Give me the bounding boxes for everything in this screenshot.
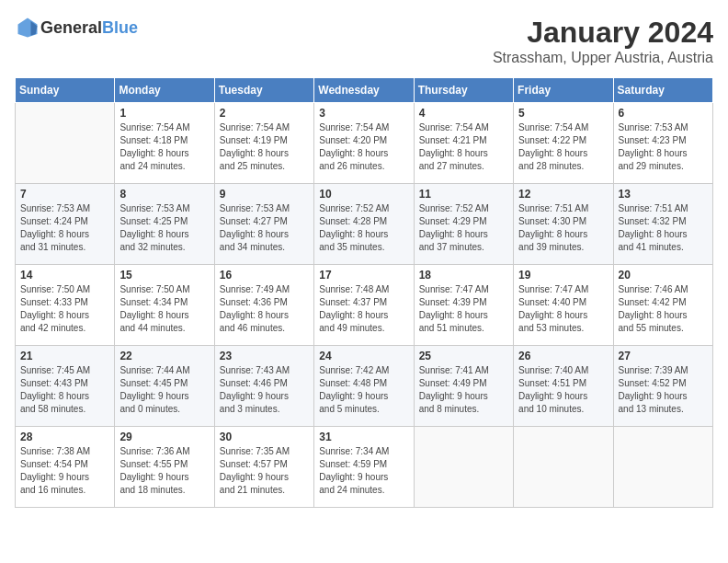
table-row: 9Sunrise: 7:53 AMSunset: 4:27 PMDaylight… — [214, 184, 313, 265]
table-row — [613, 427, 712, 508]
day-detail: Sunrise: 7:36 AMSunset: 4:55 PMDaylight:… — [119, 445, 209, 497]
table-row: 11Sunrise: 7:52 AMSunset: 4:29 PMDayligh… — [414, 184, 513, 265]
day-detail: Sunrise: 7:53 AMSunset: 4:24 PMDaylight:… — [20, 202, 109, 254]
location-title: Strassham, Upper Austria, Austria — [493, 50, 713, 66]
day-detail: Sunrise: 7:41 AMSunset: 4:49 PMDaylight:… — [419, 364, 508, 416]
day-number: 17 — [319, 269, 408, 282]
day-detail: Sunrise: 7:38 AMSunset: 4:54 PMDaylight:… — [20, 445, 109, 497]
day-detail: Sunrise: 7:35 AMSunset: 4:57 PMDaylight:… — [220, 445, 309, 497]
day-number: 18 — [419, 269, 508, 282]
day-detail: Sunrise: 7:49 AMSunset: 4:36 PMDaylight:… — [220, 283, 309, 335]
table-row: 4Sunrise: 7:54 AMSunset: 4:21 PMDaylight… — [414, 103, 513, 184]
logo: GeneralBlue — [15, 15, 138, 40]
table-row: 2Sunrise: 7:54 AMSunset: 4:19 PMDaylight… — [214, 103, 313, 184]
day-detail: Sunrise: 7:54 AMSunset: 4:19 PMDaylight:… — [220, 121, 309, 173]
day-number: 26 — [518, 350, 608, 362]
day-detail: Sunrise: 7:48 AMSunset: 4:37 PMDaylight:… — [319, 283, 408, 335]
day-detail: Sunrise: 7:42 AMSunset: 4:48 PMDaylight:… — [319, 364, 408, 416]
table-row: 21Sunrise: 7:45 AMSunset: 4:43 PMDayligh… — [16, 346, 115, 427]
day-number: 28 — [20, 431, 109, 443]
day-detail: Sunrise: 7:34 AMSunset: 4:59 PMDaylight:… — [319, 445, 408, 497]
page-header: GeneralBlue January 2024 Strassham, Uppe… — [15, 15, 713, 66]
day-detail: Sunrise: 7:44 AMSunset: 4:45 PMDaylight:… — [119, 364, 209, 416]
day-detail: Sunrise: 7:45 AMSunset: 4:43 PMDaylight:… — [20, 364, 109, 416]
table-row: 31Sunrise: 7:34 AMSunset: 4:59 PMDayligh… — [314, 427, 414, 508]
day-detail: Sunrise: 7:43 AMSunset: 4:46 PMDaylight:… — [220, 364, 309, 416]
day-number: 30 — [220, 431, 309, 443]
day-number: 1 — [119, 107, 209, 120]
day-detail: Sunrise: 7:53 AMSunset: 4:27 PMDaylight:… — [220, 202, 309, 254]
table-row: 25Sunrise: 7:41 AMSunset: 4:49 PMDayligh… — [414, 346, 513, 427]
table-row: 16Sunrise: 7:49 AMSunset: 4:36 PMDayligh… — [214, 265, 313, 346]
day-number: 16 — [220, 269, 309, 282]
table-row: 10Sunrise: 7:52 AMSunset: 4:28 PMDayligh… — [314, 184, 414, 265]
calendar-week-row: 28Sunrise: 7:38 AMSunset: 4:54 PMDayligh… — [16, 427, 713, 508]
day-number: 7 — [20, 188, 109, 201]
table-row: 18Sunrise: 7:47 AMSunset: 4:39 PMDayligh… — [414, 265, 513, 346]
table-row: 6Sunrise: 7:53 AMSunset: 4:23 PMDaylight… — [613, 103, 712, 184]
table-row: 24Sunrise: 7:42 AMSunset: 4:48 PMDayligh… — [314, 346, 414, 427]
calendar-week-row: 7Sunrise: 7:53 AMSunset: 4:24 PMDaylight… — [16, 184, 713, 265]
table-row: 5Sunrise: 7:54 AMSunset: 4:22 PMDaylight… — [514, 103, 613, 184]
table-row: 12Sunrise: 7:51 AMSunset: 4:30 PMDayligh… — [514, 184, 613, 265]
day-detail: Sunrise: 7:52 AMSunset: 4:29 PMDaylight:… — [419, 202, 508, 254]
day-detail: Sunrise: 7:39 AMSunset: 4:52 PMDaylight:… — [619, 364, 708, 416]
table-row: 27Sunrise: 7:39 AMSunset: 4:52 PMDayligh… — [613, 346, 712, 427]
day-number: 4 — [419, 107, 508, 120]
day-detail: Sunrise: 7:53 AMSunset: 4:23 PMDaylight:… — [619, 121, 708, 173]
header-wednesday: Wednesday — [314, 78, 414, 103]
day-detail: Sunrise: 7:54 AMSunset: 4:18 PMDaylight:… — [119, 121, 209, 173]
day-number: 11 — [419, 188, 508, 201]
table-row: 3Sunrise: 7:54 AMSunset: 4:20 PMDaylight… — [314, 103, 414, 184]
table-row — [16, 103, 115, 184]
day-number: 6 — [619, 107, 708, 120]
day-detail: Sunrise: 7:51 AMSunset: 4:32 PMDaylight:… — [619, 202, 708, 254]
day-number: 15 — [119, 269, 209, 282]
header-saturday: Saturday — [613, 78, 712, 103]
day-number: 8 — [119, 188, 209, 201]
table-row: 20Sunrise: 7:46 AMSunset: 4:42 PMDayligh… — [613, 265, 712, 346]
day-number: 13 — [619, 188, 708, 201]
table-row: 1Sunrise: 7:54 AMSunset: 4:18 PMDaylight… — [115, 103, 214, 184]
day-number: 3 — [319, 107, 408, 120]
day-number: 10 — [319, 188, 408, 201]
calendar-week-row: 21Sunrise: 7:45 AMSunset: 4:43 PMDayligh… — [16, 346, 713, 427]
table-row: 17Sunrise: 7:48 AMSunset: 4:37 PMDayligh… — [314, 265, 414, 346]
day-detail: Sunrise: 7:50 AMSunset: 4:33 PMDaylight:… — [20, 283, 109, 335]
table-row: 22Sunrise: 7:44 AMSunset: 4:45 PMDayligh… — [115, 346, 214, 427]
table-row: 23Sunrise: 7:43 AMSunset: 4:46 PMDayligh… — [214, 346, 313, 427]
day-detail: Sunrise: 7:46 AMSunset: 4:42 PMDaylight:… — [619, 283, 708, 335]
table-row: 29Sunrise: 7:36 AMSunset: 4:55 PMDayligh… — [115, 427, 214, 508]
table-row: 13Sunrise: 7:51 AMSunset: 4:32 PMDayligh… — [613, 184, 712, 265]
header-friday: Friday — [514, 78, 613, 103]
day-detail: Sunrise: 7:53 AMSunset: 4:25 PMDaylight:… — [119, 202, 209, 254]
logo-general-text: General — [40, 18, 102, 38]
month-title: January 2024 — [493, 15, 713, 50]
header-thursday: Thursday — [414, 78, 513, 103]
day-detail: Sunrise: 7:47 AMSunset: 4:40 PMDaylight:… — [518, 283, 608, 335]
day-number: 14 — [20, 269, 109, 282]
day-detail: Sunrise: 7:54 AMSunset: 4:22 PMDaylight:… — [518, 121, 608, 173]
day-number: 23 — [220, 350, 309, 362]
day-number: 31 — [319, 431, 408, 443]
day-detail: Sunrise: 7:50 AMSunset: 4:34 PMDaylight:… — [119, 283, 209, 335]
table-row — [414, 427, 513, 508]
table-row: 7Sunrise: 7:53 AMSunset: 4:24 PMDaylight… — [16, 184, 115, 265]
day-number: 25 — [419, 350, 508, 362]
day-detail: Sunrise: 7:54 AMSunset: 4:20 PMDaylight:… — [319, 121, 408, 173]
day-number: 27 — [619, 350, 708, 362]
table-row: 30Sunrise: 7:35 AMSunset: 4:57 PMDayligh… — [214, 427, 313, 508]
header-sunday: Sunday — [16, 78, 115, 103]
day-number: 12 — [518, 188, 608, 201]
table-row: 26Sunrise: 7:40 AMSunset: 4:51 PMDayligh… — [514, 346, 613, 427]
header-monday: Monday — [115, 78, 214, 103]
table-row: 19Sunrise: 7:47 AMSunset: 4:40 PMDayligh… — [514, 265, 613, 346]
day-number: 20 — [619, 269, 708, 282]
day-number: 21 — [20, 350, 109, 362]
title-block: January 2024 Strassham, Upper Austria, A… — [493, 15, 713, 66]
day-detail: Sunrise: 7:54 AMSunset: 4:21 PMDaylight:… — [419, 121, 508, 173]
day-number: 9 — [220, 188, 309, 201]
day-number: 2 — [220, 107, 309, 120]
logo-blue-text: Blue — [102, 18, 138, 38]
calendar-week-row: 14Sunrise: 7:50 AMSunset: 4:33 PMDayligh… — [16, 265, 713, 346]
